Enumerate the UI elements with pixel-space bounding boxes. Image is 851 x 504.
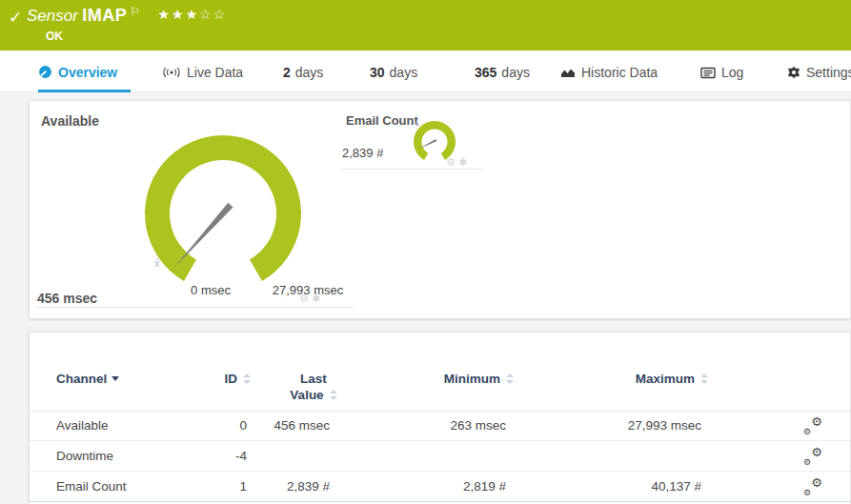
column-header-maximum[interactable]: Maximum <box>525 371 708 387</box>
column-header-last-value-label: Last Value <box>290 372 327 402</box>
tab-historic-data[interactable]: Historic Data <box>560 50 658 92</box>
tab-2-days[interactable]: 2days <box>283 50 323 92</box>
sort-icon <box>329 390 337 400</box>
row-separator <box>30 501 850 502</box>
tab-live-data[interactable]: Live Data <box>162 50 243 92</box>
sensor-name: IMAP <box>82 6 127 25</box>
available-gauge-label: Available <box>41 113 99 129</box>
gauge-config-icons[interactable]: ⚙✱ <box>446 156 470 169</box>
mean-marker: x̄ <box>154 257 160 269</box>
last-value: 456 msec <box>239 411 330 441</box>
gauge-scale-min: 0 msec <box>172 283 249 297</box>
available-current-value: 456 msec <box>37 291 97 306</box>
column-header-minimum-label: Minimum <box>444 372 500 386</box>
gear-icon: ⚙ <box>811 445 822 459</box>
tab-historic-data-label: Historic Data <box>581 65 658 80</box>
broadcast-icon <box>162 66 181 79</box>
table-row-downtime: Downtime -4 ⚙⚙ <box>30 441 850 472</box>
tab-30-days-label: days <box>390 65 418 80</box>
tab-log[interactable]: Log <box>700 50 743 92</box>
tab-log-label: Log <box>721 65 743 80</box>
channel-id: 1 <box>172 472 247 502</box>
sort-icon <box>505 373 514 384</box>
tab-overview[interactable]: Overview <box>38 50 117 92</box>
tab-365-days-number: 365 <box>475 65 496 80</box>
column-header-last-value[interactable]: Last Value <box>285 371 342 403</box>
tab-365-days-label: days <box>501 65 530 80</box>
tab-settings-label: Settings <box>806 65 851 80</box>
gauges-panel: Available x̄ 0 msec 27,993 msec 456 msec… <box>29 100 851 319</box>
tab-bar: Overview Live Data 2days 30days 365days … <box>0 50 851 92</box>
tab-2-days-number: 2 <box>283 65 291 80</box>
gauge-cell-divider <box>37 307 354 308</box>
tab-overview-label: Overview <box>58 65 117 80</box>
gauge-cell-divider <box>342 169 483 170</box>
gauge-config-icons[interactable]: ⚙✱ <box>299 292 323 305</box>
column-header-channel[interactable]: Channel <box>56 371 119 387</box>
minimum-value: 2,819 # <box>339 472 506 502</box>
pin-icon[interactable]: ✱ <box>458 156 470 168</box>
gear-icon <box>787 66 800 79</box>
flag-icon[interactable]: ⚐ <box>130 5 140 18</box>
last-value: 2,839 # <box>239 472 330 502</box>
sensor-header: ✓ Sensor IMAP⚐ ★★★☆☆ OK <box>0 0 851 50</box>
table-row-email-count: Email Count 1 2,839 # 2,819 # 40,137 # ⚙… <box>30 472 850 502</box>
sort-icon <box>242 373 251 384</box>
channel-name: Available <box>56 411 109 441</box>
available-gauge[interactable] <box>128 118 318 309</box>
column-header-minimum[interactable]: Minimum <box>344 371 514 387</box>
page-content: Available x̄ 0 msec 27,993 msec 456 msec… <box>0 92 851 504</box>
channel-name: Downtime <box>56 441 113 472</box>
tab-2-days-label: days <box>295 65 324 80</box>
channel-settings-icon[interactable]: ⚙⚙ <box>803 447 822 466</box>
column-header-maximum-label: Maximum <box>636 372 695 386</box>
status-badge: OK <box>46 30 63 43</box>
channels-table-panel: Channel ID Last Value Minimum Maximum Av… <box>29 332 851 504</box>
maximum-value: 40,137 # <box>520 472 701 502</box>
gear-icon: ⚙ <box>803 457 811 467</box>
channel-name: Email Count <box>56 472 127 502</box>
tab-365-days[interactable]: 365days <box>475 50 530 92</box>
channel-settings-icon[interactable]: ⚙⚙ <box>803 416 822 435</box>
gear-icon: ⚙ <box>803 488 811 497</box>
minimum-value: 263 msec <box>339 411 506 441</box>
tab-live-data-label: Live Data <box>187 65 243 80</box>
gear-icon[interactable]: ⚙ <box>299 292 312 304</box>
pin-icon[interactable]: ✱ <box>312 292 323 304</box>
gear-icon: ⚙ <box>811 414 822 429</box>
priority-stars-icon[interactable]: ★★★☆☆ <box>158 7 228 22</box>
column-header-id[interactable]: ID <box>172 371 251 387</box>
tab-settings[interactable]: Settings <box>787 50 851 92</box>
area-chart-icon <box>560 66 576 79</box>
gear-icon: ⚙ <box>803 427 811 436</box>
channel-id: 0 <box>172 411 247 441</box>
channel-settings-icon[interactable]: ⚙⚙ <box>803 477 822 496</box>
sort-icon <box>699 373 708 384</box>
channel-id: -4 <box>172 441 247 472</box>
tab-30-days[interactable]: 30days <box>370 50 417 92</box>
log-icon <box>700 67 716 79</box>
page-title: Sensor IMAP⚐ ★★★☆☆ <box>27 5 227 26</box>
sort-desc-icon <box>111 376 119 381</box>
sensor-type-label: Sensor <box>27 7 78 25</box>
gear-icon: ⚙ <box>811 475 822 490</box>
status-check-icon: ✓ <box>9 8 22 28</box>
gauge-icon <box>38 65 52 79</box>
column-header-channel-label: Channel <box>56 372 107 386</box>
maximum-value: 27,993 msec <box>520 411 701 441</box>
gear-icon[interactable]: ⚙ <box>446 156 458 168</box>
gauge-needle <box>173 203 233 269</box>
table-row-available: Available 0 456 msec 263 msec 27,993 mse… <box>30 411 850 441</box>
tab-30-days-number: 30 <box>370 65 385 80</box>
column-header-id-label: ID <box>225 372 238 386</box>
email-count-current-value: 2,839 # <box>342 146 383 160</box>
